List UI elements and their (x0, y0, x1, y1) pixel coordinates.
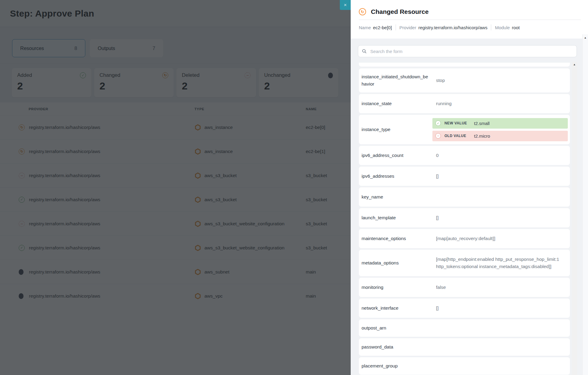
attribute-row: launch_template [] (359, 208, 570, 227)
attribute-value: [] (436, 214, 570, 221)
attribute-key: ipv6_address_count (359, 152, 436, 159)
meta-module: Module root (495, 25, 520, 30)
attribute-key: instance_state (359, 100, 436, 107)
new-value-box: ✓ NEW VALUE t2.small (432, 118, 568, 129)
form-search (358, 45, 577, 57)
diff-values: ✓ NEW VALUE t2.small − OLD VALUE t2.micr… (432, 118, 570, 141)
attribute-key: ipv6_addresses (359, 173, 436, 180)
drawer-scrollbar[interactable]: ▲ (582, 34, 588, 375)
attribute-value: [map[auto_recovery:default]] (436, 235, 570, 242)
attribute-value: [map[http_endpoint:enabled http_put_resp… (436, 256, 570, 270)
meta-name: Name ec2-be[0] (359, 25, 392, 30)
changed-refresh-icon: ↻ (359, 8, 366, 15)
minus-circle-icon: − (435, 133, 441, 139)
attribute-row: placement_group (359, 357, 570, 375)
old-value-label: OLD VALUE (444, 134, 470, 138)
attribute-key: password_data (359, 343, 436, 351)
close-icon: × (344, 2, 347, 8)
check-circle-icon: ✓ (435, 120, 441, 126)
attribute-key: key_name (359, 193, 436, 201)
attribute-row: ipv6_address_count 0 (359, 146, 570, 165)
attribute-row: monitoring false (359, 278, 570, 297)
attribute-row: password_data (359, 338, 570, 356)
scroll-up-icon[interactable]: ▲ (583, 36, 588, 39)
attribute-card-partial (359, 63, 570, 67)
new-value: t2.small (474, 121, 490, 126)
attribute-key: placement_group (359, 362, 436, 370)
drawer-title: Changed Resource (371, 8, 428, 15)
resource-meta: Name ec2-be[0] Provider registry.terrafo… (351, 20, 588, 30)
divider (396, 24, 396, 30)
attribute-key: monitoring (359, 284, 436, 291)
attribute-row: instance_initiated_shutdown_behavior sto… (359, 68, 570, 92)
old-value: t2.micro (474, 133, 490, 139)
attribute-value: [] (436, 305, 570, 312)
attribute-key: instance_initiated_shutdown_behavior (359, 73, 436, 88)
attribute-key: maintenance_options (359, 235, 436, 242)
attribute-row: ipv6_addresses [] (359, 167, 570, 186)
close-button[interactable]: × (340, 0, 351, 10)
screen: Step: Approve Plan Resources 8 Outputs 7… (0, 0, 588, 375)
attribute-value: 0 (436, 152, 570, 159)
attribute-value: stop (436, 77, 570, 84)
attribute-row: instance_state running (359, 94, 570, 113)
attribute-key: metadata_options (359, 259, 436, 267)
attribute-key: instance_type (359, 126, 436, 133)
scroll-up-icon[interactable]: ▲ (572, 63, 577, 66)
changed-resource-drawer: ↻ Changed Resource Name ec2-be[0] Provid… (351, 0, 588, 375)
attribute-key: outpost_arn (359, 324, 436, 332)
attribute-row: network_interface [] (359, 298, 570, 318)
drawer-body: instance_initiated_shutdown_behavior sto… (351, 39, 588, 375)
attribute-row: outpost_arn (359, 319, 570, 337)
drawer-header: ↻ Changed Resource (351, 0, 588, 15)
search-icon (362, 49, 367, 54)
search-input[interactable] (370, 48, 577, 54)
attribute-row: metadata_options [map[http_endpoint:enab… (359, 250, 570, 276)
old-value-box: − OLD VALUE t2.micro (432, 131, 568, 141)
new-value-label: NEW VALUE (444, 121, 470, 125)
attribute-key: network_interface (359, 305, 436, 312)
attribute-row: maintenance_options [map[auto_recovery:d… (359, 229, 570, 248)
meta-provider: Provider registry.terraform.io/hashicorp… (400, 25, 488, 30)
attribute-key: launch_template (359, 214, 436, 221)
list-scrollbar[interactable]: ▲ (572, 62, 577, 375)
divider (491, 24, 491, 30)
attribute-row: key_name (359, 187, 570, 207)
attribute-value: [] (436, 173, 570, 180)
modal-overlay[interactable] (0, 0, 351, 375)
attribute-row-diff: instance_type ✓ NEW VALUE t2.small − OLD… (359, 115, 570, 144)
attribute-value: false (436, 284, 570, 291)
attribute-list: instance_initiated_shutdown_behavior sto… (359, 63, 570, 375)
attribute-value: running (436, 100, 570, 107)
